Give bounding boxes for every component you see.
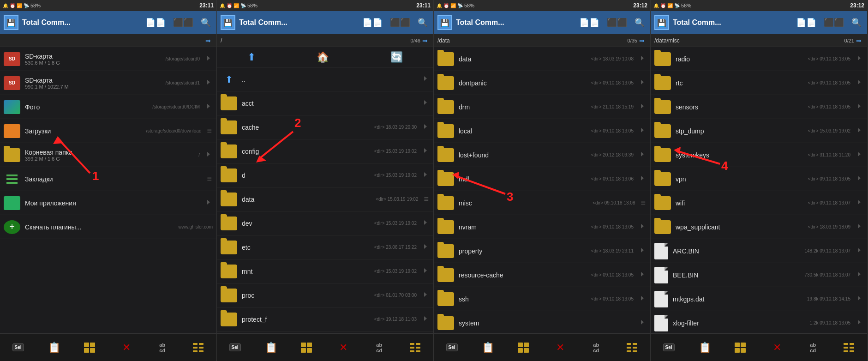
item-side-btn[interactable] — [855, 222, 863, 232]
copy-pages-btn[interactable]: 📄📄 — [144, 16, 168, 30]
grid-button[interactable] — [82, 341, 98, 355]
item-side-btn[interactable] — [855, 174, 863, 184]
list-item[interactable]: wifi<dir> 09.10.18 13:07 — [651, 191, 867, 215]
text-button[interactable]: abcd — [805, 341, 821, 355]
item-side-btn[interactable] — [421, 266, 430, 276]
item-side-btn[interactable] — [855, 126, 863, 136]
copy-button[interactable]: 📋 — [263, 341, 279, 355]
list-item[interactable]: +Скачать плагины...www.ghisler.com — [0, 215, 216, 239]
list-item[interactable]: radio<dir> 09.10.18 13:05 — [651, 47, 867, 71]
text-button[interactable]: abcd — [588, 341, 605, 355]
list-item[interactable]: xlog-filter1.2k 09.10.18 13:05 — [651, 311, 867, 333]
list-item[interactable]: SDSD-карта990.1 M / 1022.7 M/storage/sdc… — [0, 71, 216, 95]
list-item[interactable]: data<dir> 18.03.19 10:08 — [434, 47, 650, 71]
list-item[interactable]: stp_dump<dir> 15.03.19 19:02 — [651, 119, 867, 143]
view-btn[interactable]: ⬛⬛ — [171, 16, 195, 30]
grid-button[interactable] — [515, 341, 532, 355]
list-item[interactable]: Корневая папка399.2 M / 1.6 G/ — [0, 143, 216, 167]
text-button[interactable]: abcd — [371, 341, 388, 355]
list-item[interactable]: local<dir> 09.10.18 13:05 — [434, 119, 650, 143]
item-side-btn[interactable] — [204, 78, 213, 88]
home-btn[interactable]: 🏠 — [317, 51, 329, 63]
list-item[interactable]: misc<dir> 09.10.18 13:08≡ — [434, 191, 650, 215]
list-item[interactable]: BEE.BIN730.5k 09.10.18 13:07 — [651, 263, 867, 287]
list-item[interactable]: dontpanic<dir> 09.10.18 13:05 — [434, 71, 650, 95]
view-btn[interactable]: ⬛⬛ — [388, 16, 412, 30]
item-side-btn[interactable] — [638, 294, 647, 304]
item-side-btn[interactable] — [204, 102, 213, 112]
close-button[interactable]: ✕ — [118, 341, 135, 355]
close-button[interactable]: ✕ — [335, 341, 352, 355]
search-btn[interactable]: 🔍 — [416, 16, 430, 30]
copy-pages-btn[interactable]: 📄📄 — [360, 16, 384, 30]
item-side-btn[interactable] — [855, 246, 863, 256]
item-side-btn[interactable] — [855, 102, 863, 112]
item-side-btn[interactable] — [638, 126, 647, 136]
item-side-btn[interactable] — [638, 246, 647, 256]
list-item[interactable]: drm<dir> 21.10.18 15:19 — [434, 95, 650, 119]
list-item[interactable]: resource-cache<dir> 09.10.18 13:05 — [434, 263, 650, 287]
item-side-btn[interactable] — [855, 294, 863, 304]
list-item[interactable]: proc<dir> 01.01.70 03:00 — [217, 283, 433, 307]
path-arrow-btn[interactable]: ⇒ — [420, 37, 430, 44]
view-btn[interactable]: ⬛⬛ — [822, 16, 846, 30]
grid-button[interactable] — [299, 341, 315, 355]
grid-button[interactable] — [732, 341, 749, 355]
text-button[interactable]: abcd — [154, 341, 171, 355]
item-side-btn[interactable] — [421, 170, 430, 180]
item-side-btn[interactable] — [638, 174, 647, 184]
settings-button[interactable] — [841, 341, 857, 355]
item-side-btn[interactable] — [421, 242, 430, 252]
list-item[interactable]: systemkeys<dir> 31.10.18 11:20 — [651, 143, 867, 167]
item-side-btn[interactable] — [421, 74, 430, 84]
sel-button[interactable]: Sel — [660, 341, 677, 355]
copy-button[interactable]: 📋 — [479, 341, 496, 355]
item-side-btn[interactable] — [638, 150, 647, 160]
list-item[interactable]: mtkgps.dat19.8k 09.10.18 14:15 — [651, 287, 867, 311]
item-side-btn[interactable] — [421, 146, 430, 156]
item-side-btn[interactable] — [638, 78, 647, 88]
item-side-btn[interactable]: ≡ — [640, 198, 647, 208]
refresh-btn[interactable]: 🔄 — [390, 51, 403, 63]
list-item[interactable]: property<dir> 18.03.19 23:11 — [434, 239, 650, 263]
copy-pages-btn[interactable]: 📄📄 — [577, 16, 601, 30]
item-side-btn[interactable]: ≡ — [206, 126, 213, 136]
search-btn[interactable]: 🔍 — [199, 16, 213, 30]
list-item[interactable]: vpn<dir> 09.10.18 13:05 — [651, 167, 867, 191]
item-side-btn[interactable]: ≡ — [423, 194, 430, 204]
list-item[interactable]: sensors<dir> 09.10.18 13:05 — [651, 95, 867, 119]
item-side-btn[interactable] — [421, 98, 430, 108]
settings-button[interactable] — [624, 341, 641, 355]
sel-button[interactable]: Sel — [227, 341, 243, 355]
item-side-btn[interactable] — [421, 290, 430, 300]
path-arrow-btn[interactable]: ⇒ — [204, 37, 213, 44]
item-side-btn[interactable] — [855, 198, 863, 208]
item-side-btn[interactable] — [421, 314, 430, 324]
up-btn[interactable]: ⬆ — [247, 51, 256, 63]
item-side-btn[interactable] — [638, 270, 647, 280]
item-side-btn[interactable] — [204, 150, 213, 160]
search-btn[interactable]: 🔍 — [850, 16, 863, 30]
copy-button[interactable]: 📋 — [696, 341, 713, 355]
item-side-btn[interactable] — [421, 218, 430, 228]
settings-button[interactable] — [407, 341, 424, 355]
copy-pages-btn[interactable]: 📄📄 — [794, 16, 818, 30]
item-side-btn[interactable] — [855, 318, 863, 328]
search-btn[interactable]: 🔍 — [633, 16, 647, 30]
list-item[interactable]: ssh<dir> 09.10.18 13:05 — [434, 287, 650, 311]
view-btn[interactable]: ⬛⬛ — [605, 16, 629, 30]
list-item[interactable]: system — [434, 311, 650, 333]
list-item[interactable]: Закладки≡ — [0, 167, 216, 191]
item-side-btn[interactable]: ≡ — [206, 174, 213, 184]
list-item[interactable]: lost+found<dir> 20.12.18 09:39 — [434, 143, 650, 167]
list-item[interactable]: acct — [217, 91, 433, 115]
item-side-btn[interactable] — [855, 150, 863, 160]
item-side-btn[interactable] — [638, 318, 647, 328]
list-item[interactable]: cache<dir> 18.03.19 20:30 — [217, 115, 433, 139]
close-button[interactable]: ✕ — [769, 341, 785, 355]
list-item[interactable]: wpa_supplicant<dir> 18.03.19 18:09 — [651, 215, 867, 239]
list-item[interactable]: Мои приложения — [0, 191, 216, 215]
list-item[interactable]: Загрузки/storage/sdcard0/download≡ — [0, 119, 216, 143]
list-item[interactable]: SDSD-карта530.6 M / 1.8 G/storage/sdcard… — [0, 47, 216, 71]
item-side-btn[interactable] — [638, 54, 647, 64]
